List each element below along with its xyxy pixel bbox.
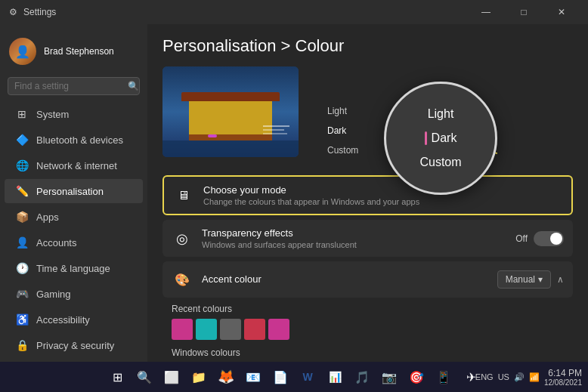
transparency-text: Transparency effects Windows and surface… <box>202 227 515 249</box>
sidebar-item-label: Time & language <box>36 263 110 274</box>
camera-icon[interactable]: 📷 <box>377 365 401 389</box>
sidebar-item-accounts[interactable]: 👤 Accounts <box>5 230 143 255</box>
minimize-button[interactable]: — <box>469 0 503 24</box>
accent-control[interactable]: Manual ▾ ∧ <box>497 270 564 289</box>
sidebar-item-bluetooth[interactable]: 🔷 Bluetooth & devices <box>5 128 143 152</box>
transparency-value: Off <box>515 233 528 244</box>
choose-mode-row[interactable]: 🖥 Choose your mode Change the colours th… <box>162 175 573 215</box>
title-bar-title: Settings <box>23 7 56 17</box>
sidebar-item-label: Accessibility <box>36 314 90 326</box>
task-view-button[interactable]: ⬜ <box>159 365 184 389</box>
excel-icon[interactable]: 📊 <box>323 365 347 389</box>
system-icon: ⊞ <box>15 107 29 121</box>
search-taskbar-button[interactable]: 🔍 <box>132 365 156 389</box>
avatar: 👤 <box>9 38 36 65</box>
accent-icon: 🎨 <box>172 269 193 290</box>
preview-image <box>162 66 299 157</box>
mode-dark-label: Dark <box>327 125 346 136</box>
gaming-icon: 🎮 <box>15 287 29 301</box>
mode-light-label: Light <box>327 106 347 116</box>
mode-options-sidebar: Light Dark Custom <box>315 104 370 168</box>
taskbar-clock[interactable]: 6:14 PM 12/08/2021 <box>544 368 582 387</box>
colour-swatch[interactable] <box>172 319 193 340</box>
magnifier-dark[interactable]: Dark <box>399 128 482 148</box>
mail-icon[interactable]: 📧 <box>241 365 265 389</box>
sidebar-item-gaming[interactable]: 🎮 Gaming <box>5 282 143 306</box>
windows-colours-label: Windows colours <box>172 347 573 358</box>
collapse-icon[interactable]: ∧ <box>557 274 564 285</box>
app-container: 👤 Brad Stephenson 🔍 ⊞ System 🔷 Bluetooth… <box>0 24 588 362</box>
dark-mode-indicator <box>425 131 427 145</box>
accent-title: Accent colour <box>202 273 497 285</box>
content-inner: Personalisation > Colour <box>162 36 573 362</box>
user-name: Brad Stephenson <box>44 46 114 57</box>
sidebar-item-label: Apps <box>36 211 59 223</box>
mode-desc: Change the colours that appear in Window… <box>203 197 562 206</box>
sidebar-item-accessibility[interactable]: ♿ Accessibility <box>5 307 143 332</box>
word-icon[interactable]: W <box>296 365 320 389</box>
preview-row: Light Dark Custom Light <box>162 66 573 168</box>
start-button[interactable]: ⊞ <box>105 365 129 389</box>
recent-colours-label: Recent colours <box>172 304 573 314</box>
file-explorer-icon[interactable]: 📁 <box>187 365 211 389</box>
magnifier-custom[interactable]: Custom <box>399 153 482 172</box>
mode-option-custom[interactable]: Custom <box>315 140 370 160</box>
colour-swatch[interactable] <box>268 319 289 340</box>
spotify-icon[interactable]: 🎵 <box>350 365 374 389</box>
network-icon: 🌐 <box>15 159 29 172</box>
magnifier-light[interactable]: Light <box>399 104 482 124</box>
sidebar-item-time[interactable]: 🕐 Time & language <box>5 256 143 280</box>
mode-option-light[interactable]: Light <box>315 101 370 121</box>
sidebar-item-system[interactable]: ⊞ System <box>5 102 143 126</box>
sidebar-item-label: Accounts <box>36 237 76 248</box>
mode-title: Choose your mode <box>203 184 562 196</box>
firefox-icon[interactable]: 🦊 <box>214 365 238 389</box>
volume-icon[interactable]: 🔊 <box>514 372 525 382</box>
wifi-icon[interactable]: 📶 <box>529 372 540 382</box>
personalisation-icon: ✏️ <box>15 184 29 198</box>
content-area: Personalisation > Colour <box>147 24 588 362</box>
settings-icon: ⚙ <box>9 7 17 17</box>
avatar-image: 👤 <box>9 38 36 65</box>
colour-swatch[interactable] <box>196 319 217 340</box>
search-box[interactable]: 🔍 <box>8 77 140 95</box>
transparency-row: ◎ Transparency effects Windows and surfa… <box>162 220 573 257</box>
close-button[interactable]: ✕ <box>544 0 579 24</box>
mode-icon: 🖥 <box>173 185 194 206</box>
mode-option-dark[interactable]: Dark <box>315 121 370 140</box>
title-bar-left: ⚙ Settings <box>9 7 56 17</box>
language-indicator: ENG <box>475 372 494 381</box>
toggle-knob <box>550 233 562 245</box>
title-bar: ⚙ Settings — □ ✕ <box>0 0 588 24</box>
taskbar-date: 12/08/2021 <box>544 378 582 387</box>
sidebar-item-privacy[interactable]: 🔒 Privacy & security <box>5 333 143 357</box>
notepad-icon[interactable]: 📄 <box>268 365 292 389</box>
sidebar-item-personalisation[interactable]: ✏️ Personalisation <box>5 179 143 203</box>
transparency-icon: ◎ <box>172 228 193 249</box>
sidebar-item-label: Personalisation <box>36 186 104 197</box>
accent-dropdown[interactable]: Manual ▾ <box>497 270 551 289</box>
magnifier-circle: Light Dark Custom <box>384 82 497 195</box>
apps-icon: 📦 <box>15 210 29 224</box>
title-bar-controls: — □ ✕ <box>469 0 579 24</box>
sidebar-item-label: Bluetooth & devices <box>36 134 123 146</box>
maximize-button[interactable]: □ <box>506 0 541 24</box>
sidebar-item-label: Network & internet <box>36 160 117 171</box>
accessibility-icon: ♿ <box>15 313 29 326</box>
accent-colour-row: 🎨 Accent colour Manual ▾ ∧ <box>162 261 573 298</box>
search-icon: 🔍 <box>128 81 139 91</box>
colour-swatch[interactable] <box>220 319 241 340</box>
bluetooth-icon: 🔷 <box>15 133 29 147</box>
taskbar: ⊞ 🔍 ⬜ 📁 🦊 📧 📄 W 📊 🎵 📷 🎯 📱 ✈ ENG US 🔊 📶 6… <box>0 362 588 392</box>
mode-text: Choose your mode Change the colours that… <box>203 184 562 206</box>
mode-custom-label: Custom <box>327 145 358 156</box>
sidebar-item-apps[interactable]: 📦 Apps <box>5 205 143 229</box>
sidebar-item-network[interactable]: 🌐 Network & internet <box>5 153 143 177</box>
taskbar-time: 6:14 PM <box>544 368 582 378</box>
colour-swatch[interactable] <box>244 319 265 340</box>
phone-icon[interactable]: 📱 <box>432 365 456 389</box>
sidebar-item-label: System <box>36 109 69 120</box>
transparency-toggle[interactable] <box>534 231 564 246</box>
game-icon[interactable]: 🎯 <box>404 365 429 389</box>
search-input[interactable] <box>14 81 128 91</box>
